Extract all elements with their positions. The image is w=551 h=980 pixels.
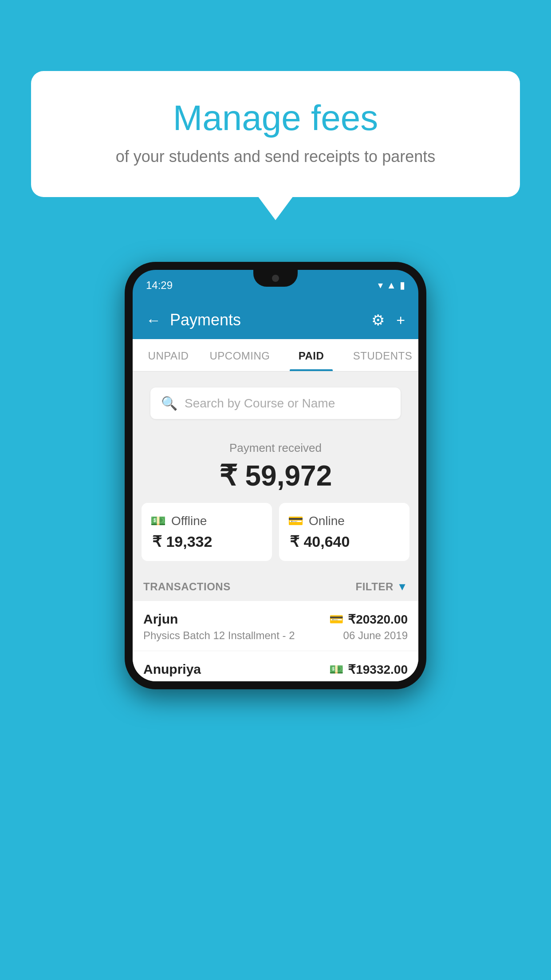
payment-summary: Payment received ₹ 59,972 💵 Offline ₹ 19…	[133, 428, 418, 573]
online-amount: ₹ 40,640	[288, 533, 401, 550]
txn-card-icon-1: 💳	[329, 612, 343, 626]
camera	[272, 275, 279, 282]
online-card: 💳 Online ₹ 40,640	[279, 503, 409, 561]
txn-amount-2: ₹19332.00	[348, 662, 408, 677]
offline-card: 💵 Offline ₹ 19,332	[142, 503, 272, 561]
search-icon: 🔍	[161, 395, 177, 411]
offline-label: Offline	[171, 514, 207, 528]
tab-students[interactable]: STUDENTS	[347, 339, 418, 371]
bubble-subtitle: of your students and send receipts to pa…	[58, 147, 493, 166]
bubble-title: Manage fees	[58, 98, 493, 138]
tabs-bar: UNPAID UPCOMING PAID STUDENTS	[133, 339, 418, 371]
back-button[interactable]: ←	[146, 312, 161, 329]
txn-date-1: 06 June 2019	[343, 629, 408, 642]
filter-icon: ▼	[397, 581, 408, 593]
phone-device: 14:29 ▾ ▲ ▮ ← Payments ⚙ +	[125, 262, 426, 689]
status-bar: 14:29 ▾ ▲ ▮	[133, 270, 418, 301]
txn-amount-wrap-2: 💵 ₹19332.00	[329, 662, 408, 677]
txn-amount-wrap-1: 💳 ₹20320.00	[329, 612, 408, 627]
txn-cash-icon-2: 💵	[329, 663, 343, 676]
phone-frame: 14:29 ▾ ▲ ▮ ← Payments ⚙ +	[125, 262, 426, 689]
payment-cards: 💵 Offline ₹ 19,332 💳 Online ₹ 40,640	[142, 503, 409, 561]
tab-paid[interactable]: PAID	[276, 339, 347, 371]
search-placeholder: Search by Course or Name	[185, 396, 335, 411]
signal-icon: ▲	[386, 280, 396, 291]
header-right: ⚙ +	[371, 311, 405, 329]
transaction-row-partial[interactable]: Anupriya 💵 ₹19332.00	[133, 651, 418, 681]
transactions-label: TRANSACTIONS	[143, 581, 231, 593]
add-icon[interactable]: +	[396, 312, 405, 329]
online-icon: 💳	[288, 514, 303, 528]
txn-name-1: Arjun	[143, 612, 178, 627]
offline-amount: ₹ 19,332	[150, 533, 263, 550]
transactions-header: TRANSACTIONS FILTER ▼	[133, 573, 418, 601]
status-icons: ▾ ▲ ▮	[378, 280, 405, 291]
wifi-icon: ▾	[378, 280, 383, 291]
header-title: Payments	[170, 311, 241, 329]
header-left: ← Payments	[146, 311, 241, 329]
notch	[253, 270, 298, 287]
app-header: ← Payments ⚙ +	[133, 301, 418, 339]
battery-icon: ▮	[400, 280, 405, 291]
settings-icon[interactable]: ⚙	[371, 311, 385, 329]
txn-course-1: Physics Batch 12 Installment - 2	[143, 629, 295, 642]
transaction-row[interactable]: Arjun 💳 ₹20320.00 Physics Batch 12 Insta…	[133, 601, 418, 651]
payment-received-label: Payment received	[142, 441, 409, 455]
filter-label: FILTER	[356, 581, 394, 593]
search-bar[interactable]: 🔍 Search by Course or Name	[150, 387, 401, 419]
offline-icon: 💵	[150, 514, 166, 528]
tab-unpaid[interactable]: UNPAID	[133, 339, 204, 371]
speech-bubble: Manage fees of your students and send re…	[31, 71, 520, 197]
txn-name-2: Anupriya	[143, 662, 201, 677]
txn-amount-1: ₹20320.00	[348, 612, 408, 627]
payment-total: ₹ 59,972	[142, 459, 409, 492]
app-screen: ← Payments ⚙ + UNPAID UPCOMING PAID STUD…	[133, 301, 418, 681]
tab-upcoming[interactable]: UPCOMING	[204, 339, 276, 371]
filter-button[interactable]: FILTER ▼	[356, 581, 408, 593]
online-label: Online	[309, 514, 345, 528]
status-time: 14:29	[146, 279, 173, 292]
